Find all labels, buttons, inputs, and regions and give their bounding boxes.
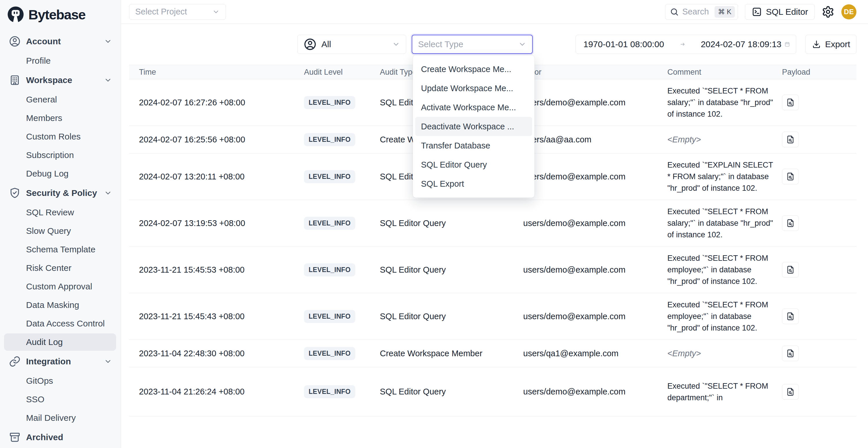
- sidebar-item-general[interactable]: General: [0, 90, 121, 109]
- bytebase-logo-icon: [7, 6, 24, 23]
- search-shortcut-badge: ⌘ K: [715, 6, 735, 18]
- payload-cell: [780, 95, 857, 110]
- type-dropdown-option[interactable]: Deactivate Workspace ...: [415, 117, 532, 136]
- audit-level-cell: LEVEL_INFO: [304, 96, 380, 109]
- date-from-value: 1970-01-01 08:00:00: [583, 39, 664, 49]
- payload-cell: [780, 384, 857, 400]
- payload-view-button[interactable]: [782, 169, 799, 184]
- sidebar-item-custom-approval[interactable]: Custom Approval: [0, 277, 121, 296]
- sidebar-item-gitops[interactable]: GitOps: [0, 372, 121, 390]
- audit-time: 2024-02-07 16:25:56 +08:00: [139, 135, 304, 145]
- search-input[interactable]: Search ⌘ K: [665, 4, 738, 20]
- audit-level-cell: LEVEL_INFO: [304, 310, 380, 323]
- audit-type: SQL Editor Query: [380, 219, 523, 228]
- gear-icon[interactable]: [822, 5, 834, 18]
- sidebar-item-audit-log[interactable]: Audit Log: [0, 333, 121, 351]
- chevron-down-icon: [104, 37, 112, 45]
- sidebar-item-schema-template[interactable]: Schema Template: [0, 240, 121, 259]
- table-row: 2023-11-04 21:26:24 +08:00 LEVEL_INFO SQ…: [129, 367, 857, 416]
- arrow-right-icon: [680, 39, 685, 49]
- type-dropdown-option[interactable]: SQL Export: [413, 174, 534, 193]
- payload-view-button[interactable]: [782, 132, 799, 147]
- audit-level-badge: LEVEL_INFO: [304, 217, 355, 230]
- table-row: 2023-11-04 22:48:30 +08:00 LEVEL_INFO Cr…: [129, 340, 857, 367]
- column-header-time: Time: [139, 68, 304, 77]
- file-search-icon: [786, 98, 795, 107]
- sidebar-item-integration[interactable]: Integration: [0, 351, 121, 372]
- project-select[interactable]: Select Project: [129, 4, 226, 20]
- audit-actor: users/demo@example.com: [523, 98, 668, 107]
- payload-view-button[interactable]: [782, 95, 799, 110]
- type-filter-placeholder: Select Type: [418, 39, 463, 49]
- sidebar-item-workspace[interactable]: Workspace: [0, 70, 121, 90]
- audit-actor: users/qa1@example.com: [523, 349, 668, 358]
- sql-editor-button[interactable]: SQL Editor: [745, 4, 815, 20]
- chevron-down-icon: [104, 189, 112, 197]
- file-search-icon: [786, 265, 795, 274]
- sidebar-item-archived[interactable]: Archived: [0, 427, 121, 447]
- payload-cell: [780, 215, 857, 231]
- payload-view-button[interactable]: [782, 309, 799, 324]
- sidebar-nav: Account Profile Workspace General Member…: [0, 29, 121, 447]
- payload-view-button[interactable]: [782, 215, 799, 231]
- audit-time: 2024-02-07 16:27:26 +08:00: [139, 98, 304, 107]
- sidebar-item-custom-roles[interactable]: Custom Roles: [0, 127, 121, 146]
- audit-level-badge: LEVEL_INFO: [304, 347, 355, 360]
- sidebar-item-sql-review[interactable]: SQL Review: [0, 203, 121, 222]
- date-range-picker[interactable]: 1970-01-01 08:00:00 2024-02-07 18:09:13: [576, 35, 796, 54]
- audit-time: 2024-02-07 13:19:53 +08:00: [139, 219, 304, 228]
- calendar-icon: [784, 39, 790, 50]
- file-search-icon: [786, 172, 795, 181]
- type-dropdown-option[interactable]: Transfer Database: [413, 136, 534, 155]
- chevron-down-icon: [392, 40, 400, 48]
- audit-actor: users/demo@example.com: [523, 387, 668, 396]
- bytebase-app: Bytebase Account Profile Workspace Gener…: [0, 0, 868, 448]
- project-select-placeholder: Select Project: [135, 7, 187, 17]
- audit-actor: users/demo@example.com: [523, 219, 668, 228]
- brand-name: Bytebase: [28, 7, 85, 23]
- sidebar-item-security-policy[interactable]: Security & Policy: [0, 183, 121, 203]
- sidebar-item-sso[interactable]: SSO: [0, 390, 121, 409]
- sidebar-item-data-access-control[interactable]: Data Access Control: [0, 314, 121, 333]
- sidebar-item-account[interactable]: Account: [0, 31, 121, 52]
- brand-logo[interactable]: Bytebase: [0, 0, 121, 29]
- user-circle-icon: [9, 35, 21, 47]
- search-placeholder: Search: [682, 7, 711, 17]
- type-filter-select[interactable]: Select Type: [412, 35, 533, 54]
- audit-actor: users/demo@example.com: [523, 172, 668, 182]
- terminal-square-icon: [752, 7, 762, 17]
- audit-time: 2023-11-21 15:45:53 +08:00: [139, 265, 304, 275]
- type-dropdown-option[interactable]: Update Workspace Me...: [413, 79, 534, 98]
- archive-icon: [9, 431, 21, 443]
- link-icon: [9, 355, 21, 367]
- actor-filter-value: All: [321, 39, 331, 49]
- audit-time: 2023-11-21 15:45:43 +08:00: [139, 312, 304, 321]
- actor-filter-select[interactable]: All: [297, 35, 406, 54]
- payload-cell: [780, 132, 857, 147]
- payload-view-button[interactable]: [782, 346, 799, 361]
- payload-view-button[interactable]: [782, 384, 799, 400]
- file-search-icon: [786, 349, 795, 358]
- building-icon: [9, 74, 21, 86]
- sidebar-item-members[interactable]: Members: [0, 109, 121, 127]
- sidebar-item-debug-log[interactable]: Debug Log: [0, 164, 121, 183]
- file-search-icon: [786, 387, 795, 396]
- sidebar-item-slow-query[interactable]: Slow Query: [0, 222, 121, 240]
- sidebar-item-mail-delivery[interactable]: Mail Delivery: [0, 409, 121, 427]
- audit-time: 2024-02-07 13:20:11 +08:00: [139, 172, 304, 182]
- type-dropdown-option[interactable]: Create Workspace Me...: [413, 60, 534, 79]
- sidebar-item-data-masking[interactable]: Data Masking: [0, 296, 121, 314]
- export-button[interactable]: Export: [805, 35, 857, 54]
- audit-type: SQL Editor Query: [380, 265, 523, 275]
- avatar[interactable]: DE: [841, 4, 857, 20]
- type-dropdown-option[interactable]: SQL Editor Query: [413, 155, 534, 174]
- sidebar-item-subscription[interactable]: Subscription: [0, 146, 121, 164]
- sidebar-item-profile[interactable]: Profile: [0, 52, 121, 70]
- sidebar-item-label: Account: [26, 36, 61, 46]
- audit-level-badge: LEVEL_INFO: [304, 310, 355, 323]
- audit-comment: <Empty>: [668, 134, 780, 145]
- payload-view-button[interactable]: [782, 262, 799, 278]
- audit-comment: Executed `"SELECT * FROM department;"` i…: [668, 380, 780, 404]
- type-dropdown-option[interactable]: Activate Workspace Me...: [413, 98, 534, 117]
- sidebar-item-risk-center[interactable]: Risk Center: [0, 259, 121, 277]
